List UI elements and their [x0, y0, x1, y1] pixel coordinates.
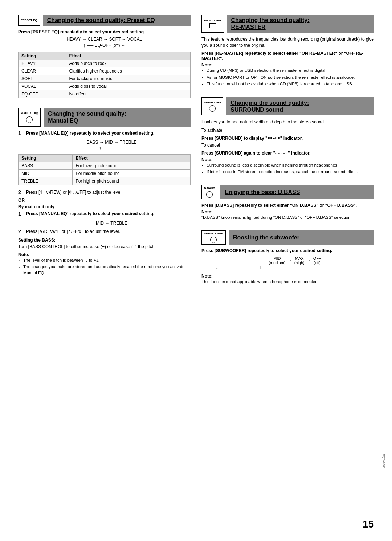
preset-eq-col-setting: Setting [19, 52, 66, 60]
table-cell: EQ-OFF [19, 90, 66, 98]
subwoofer-diagram: MID (medium) → MAX (high) → OFF (off) [216, 256, 374, 265]
manual-eq-title-bg: Changing the sound quality:Manual EQ [44, 108, 191, 126]
subwoofer-press: Press [SUBWOOFER] repeatedly to select y… [201, 248, 374, 253]
dbass-title-text: Enjoying the bass: D.BASS [225, 189, 300, 195]
surround-indicator2: ⠿⠿⠶⠿⠿ [275, 152, 288, 155]
dbass-title-bg: Enjoying the bass: D.BASS [220, 185, 374, 199]
remaster-press: Press [RE-MASTER] repeatedly to select e… [201, 51, 374, 61]
surround-icon-label: SURROUND [204, 101, 221, 104]
table-cell: SOFT [19, 75, 66, 83]
remaster-icon-label: RE-MASTER [204, 19, 221, 22]
remaster-title-bg: Changing the sound quality:RE-MASTER [227, 15, 374, 33]
surround-indicator2-label: " indicator. [288, 151, 310, 156]
subwoofer-title-text: Boosting the subwoofer [233, 234, 299, 241]
manual-eq-loop-wrap: ↑ [33, 145, 191, 151]
preset-eq-title: Changing the sound quality: Preset EQ [47, 17, 155, 24]
surround-section: SURROUND Changing the sound quality:SURR… [201, 97, 374, 175]
subwoofer-circle-icon [210, 237, 217, 243]
remaster-title: Changing the sound quality:RE-MASTER [231, 17, 310, 30]
surround-title-em: Changing the sound quality:SURROUND soun… [230, 100, 309, 113]
by-main-unit: By main unit only [18, 204, 191, 209]
manual-eq-col-setting: Setting [19, 155, 73, 162]
subwoofer-return-bar [219, 269, 259, 269]
loop-icon: ↑ [99, 145, 102, 151]
mid-treble-diagram: MID ↔ TREBLE [33, 221, 191, 226]
subwoofer-mid: MID (medium) [269, 256, 285, 265]
subwoofer-return-arrow: ↑ [216, 266, 218, 271]
manual-eq-step1b: 1 Press [MANUAL EQ] repeatedly to select… [18, 211, 191, 218]
manual-eq-title-line2: Manual EQ [48, 118, 78, 124]
subwoofer-return-arrow2: ┘ [260, 266, 262, 271]
preset-eq-intro: Press [PRESET EQ] repeatedly to select y… [18, 29, 191, 34]
step2b-num: 2 [18, 229, 25, 235]
or-label: OR [18, 198, 191, 203]
remaster-icon: RE-MASTER [201, 15, 224, 33]
dbass-note-text: "D.BASS" knob remains lighted during "ON… [201, 214, 374, 221]
table-row: TREBLEFor higher pitch sound [19, 177, 191, 185]
table-row: VOCALAdds gloss to vocal [19, 83, 191, 90]
manual-eq-icon: MANUAL EQ [18, 108, 41, 126]
manual-eq-step1: 1 Press [MANUAL EQ] repeatedly to select… [18, 130, 191, 138]
remaster-note-label: Note: [201, 62, 374, 67]
subwoofer-note: Note: This function is not applicable wh… [201, 274, 374, 285]
dbass-header: D.BASS Enjoying the bass: D.BASS [201, 185, 374, 199]
dbass-section: D.BASS Enjoying the bass: D.BASS Press [… [201, 185, 374, 220]
surround-title: Changing the sound quality:SURROUND soun… [230, 99, 309, 113]
preset-eq-icon: PRESET EQ [18, 15, 40, 26]
manual-eq-note: Note: The level of the pitch is between … [18, 252, 191, 276]
subwoofer-header: SUBWOOFER Boosting the subwoofer [201, 230, 374, 245]
preset-eq-title-bg: Changing the sound quality: Preset EQ [43, 15, 191, 26]
remaster-title-em: Changing the sound quality:RE-MASTER [231, 17, 310, 30]
dbass-circle-icon [206, 191, 213, 198]
subwoofer-note-text: This function is not applicable when a h… [201, 279, 374, 285]
manual-eq-title: Changing the sound quality:Manual EQ [48, 110, 126, 124]
manual-eq-title-line1: Changing the sound quality:Manual EQ [48, 111, 126, 124]
preset-eq-header: PRESET EQ Changing the sound quality: Pr… [18, 15, 191, 26]
step1b-num: 1 [18, 211, 25, 218]
table-cell: HEAVY [19, 60, 66, 67]
preset-eq-table: Setting Effect HEAVYAdds punch to rockCL… [18, 52, 191, 98]
remaster-icon-box [209, 23, 216, 28]
manual-eq-circle-icon [26, 116, 33, 123]
preset-eq-diagram-line2-wrap: ↑ ── EQ-OFF (off) ← [18, 42, 191, 48]
left-column: PRESET EQ Changing the sound quality: Pr… [18, 15, 191, 526]
table-row: MIDFor middle pitch sound [19, 170, 191, 177]
list-item: As for MUSIC PORT or OPTION port selecti… [207, 74, 374, 81]
manual-eq-col-effect: Effect [73, 155, 191, 162]
list-item: The level of the pitch is between -3 to … [23, 257, 191, 263]
subwoofer-title-bg: Boosting the subwoofer [229, 230, 374, 245]
table-row: CLEARClarifies higher frequencies [19, 67, 191, 75]
surround-press-cancel: Press [SURROUND] again to clear "⠿⠿⠶⠿⠿" … [201, 151, 374, 156]
subwoofer-title: Boosting the subwoofer [233, 234, 299, 241]
subwoofer-off-sub: (off) [314, 261, 320, 265]
remaster-note: Note: During CD (MP3) or USB selection, … [201, 62, 374, 87]
subwoofer-icon: SUBWOOFER [201, 230, 226, 245]
eq-off-label: ── EQ-OFF (off) ← [87, 43, 125, 48]
remaster-title-line2: RE-MASTER [231, 24, 266, 30]
remaster-intro: This feature reproduces the frequencies … [201, 36, 374, 49]
step2-text: Press [4 , ∨/REW] or [¢ , ∧/FF] to adjus… [26, 189, 122, 196]
list-item: During CD (MP3) or USB selection, the re… [207, 67, 374, 74]
table-cell: MID [19, 170, 73, 177]
dbass-icon: D.BASS [201, 185, 217, 199]
step1-text: Press [MANUAL EQ] repeatedly to select y… [26, 130, 154, 136]
table-cell: CLEAR [19, 67, 66, 75]
setting-bass-label: Setting the BASS; [18, 238, 191, 243]
surround-to-cancel: To cancel [201, 142, 374, 148]
table-cell: BASS [19, 162, 73, 170]
return-arrow-icon: ↑ [83, 42, 86, 48]
manual-eq-section: MANUAL EQ Changing the sound quality:Man… [18, 108, 191, 276]
dbass-press: Press [D.BASS] repeatedly to select eith… [201, 203, 374, 208]
subwoofer-icon-label: SUBWOOFER [204, 232, 223, 235]
subwoofer-max: MAX (high) [294, 256, 305, 265]
surround-to-activate: To activate [201, 127, 374, 134]
surround-press-activate: Press [SURROUND] to display "⠿⠿⠶⠿⠿" indi… [201, 136, 374, 141]
surround-intro: Enables you to add natural width and dep… [201, 119, 374, 125]
page-number: 15 [363, 519, 374, 530]
surround-press-cancel-text: Press [SURROUND] again to clear " [201, 151, 275, 156]
surround-note: Note: Surround sound is less discernible… [201, 157, 374, 175]
table-cell: No effect [66, 90, 191, 98]
preset-eq-icon-label: PRESET EQ [21, 19, 37, 22]
table-row: EQ-OFFNo effect [19, 90, 191, 98]
table-cell: Clarifies higher frequencies [66, 67, 191, 75]
